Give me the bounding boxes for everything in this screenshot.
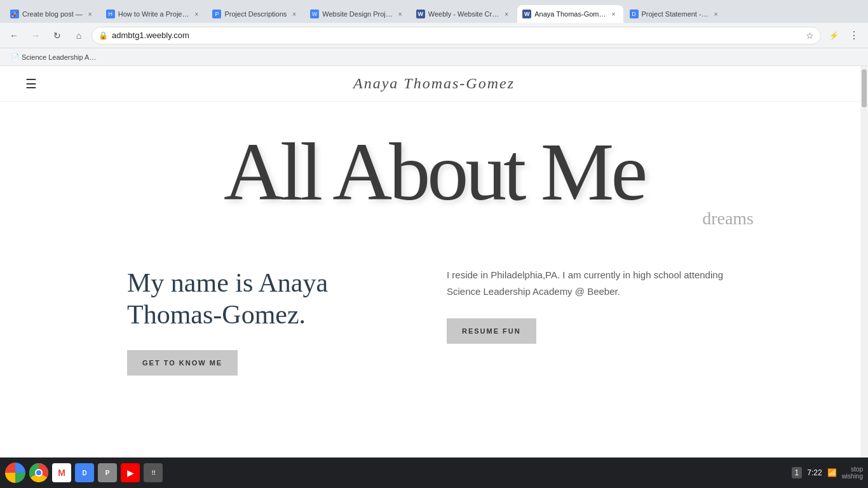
back-button[interactable]: ← xyxy=(5,27,23,44)
site-title: Anaya Thomas-Gomez xyxy=(353,75,515,92)
tab-title-2: How to Write a Proje… xyxy=(118,10,189,18)
system-tray-extra: stop wishing xyxy=(842,466,863,480)
tab-website-design[interactable]: W Website Design Proj… × xyxy=(305,5,409,23)
bookmark-star-icon[interactable]: ☆ xyxy=(806,30,814,41)
tab-title-6: Anaya Thomas-Gom… xyxy=(534,10,606,18)
tab-close-3[interactable]: × xyxy=(290,10,299,18)
resume-fun-button[interactable]: RESUME FUN xyxy=(447,318,536,344)
lock-icon: 🔒 xyxy=(98,31,108,40)
bio-description: I reside in Philadelphia,PA. I am curren… xyxy=(447,267,741,299)
tab-title-1: Create blog post — xyxy=(22,10,83,18)
gmail-icon[interactable]: M xyxy=(52,463,71,482)
youtube-icon[interactable]: ▶ xyxy=(121,463,140,482)
chrome-icon[interactable] xyxy=(29,463,48,482)
tab-title-3: Project Descriptions xyxy=(224,10,287,18)
browser-content-area: ☰ Anaya Thomas-Gomez All About Me dreams… xyxy=(0,66,868,458)
home-button[interactable]: ⌂ xyxy=(70,27,88,44)
content-left: My name is Anaya Thomas-Gomez. GET TO KN… xyxy=(127,267,421,376)
toolbar-right-buttons: ⚡ ⋮ xyxy=(825,27,863,44)
menu-button[interactable]: ⋮ xyxy=(845,27,863,44)
tab-favicon-3: P xyxy=(212,10,221,18)
tab-close-2[interactable]: × xyxy=(192,10,201,18)
tab-project-descriptions[interactable]: P Project Descriptions × xyxy=(207,5,304,23)
tab-favicon-5: W xyxy=(416,10,425,18)
tab-close-4[interactable]: × xyxy=(396,10,405,18)
url-text: admbtg1.weebly.com xyxy=(112,30,802,40)
hero-section: All About Me dreams xyxy=(0,102,868,241)
scrollbar-thumb[interactable] xyxy=(862,69,867,107)
taskbar-right: 1 7:22 📶 stop wishing xyxy=(792,466,863,480)
tab-bar: 🚀 Create blog post — × H How to Write a … xyxy=(0,0,868,23)
main-content-section: My name is Anaya Thomas-Gomez. GET TO KN… xyxy=(0,241,868,401)
tab-favicon-1: 🚀 xyxy=(10,10,19,18)
address-bar[interactable]: 🔒 admbtg1.weebly.com ☆ xyxy=(92,27,821,44)
clock-time: 7:22 xyxy=(807,468,822,477)
scrollbar[interactable] xyxy=(860,66,868,458)
navigation-toolbar: ← → ↻ ⌂ 🔒 admbtg1.weebly.com ☆ ⚡ ⋮ xyxy=(0,23,868,48)
hero-subtext: dreams xyxy=(702,208,754,229)
extensions-button[interactable]: ⚡ xyxy=(825,27,843,44)
network-icon: 📶 xyxy=(827,468,837,477)
tab-title-4: Website Design Proj… xyxy=(322,10,392,18)
tab-project-statement[interactable]: D Project Statement -… × xyxy=(625,5,726,23)
main-heading: My name is Anaya Thomas-Gomez. xyxy=(127,267,421,331)
content-right: I reside in Philadelphia,PA. I am curren… xyxy=(447,267,741,376)
bookmark-label-1: Science Leadership A… xyxy=(22,53,96,61)
browser-window: 🚀 Create blog post — × H How to Write a … xyxy=(0,0,868,458)
tab-how-to-write[interactable]: H How to Write a Proje… × xyxy=(101,5,207,23)
google-slides-icon[interactable]: P xyxy=(98,463,117,482)
hero-decorative-text: All About Me xyxy=(224,130,644,213)
google-docs-icon[interactable]: D xyxy=(75,463,94,482)
refresh-button[interactable]: ↻ xyxy=(48,27,66,44)
tab-favicon-6: W xyxy=(522,10,531,18)
tab-weebly[interactable]: W Weebly - Website Cr… × xyxy=(411,5,516,23)
chromeos-icon[interactable] xyxy=(5,463,25,483)
tab-create-blog[interactable]: 🚀 Create blog post — × xyxy=(5,5,100,23)
bookmarks-bar: 📄 Science Leadership A… xyxy=(0,48,868,66)
hamburger-menu-icon[interactable]: ☰ xyxy=(25,78,37,90)
more-apps-icon[interactable]: ⠿ xyxy=(144,463,163,482)
tab-anaya-active[interactable]: W Anaya Thomas-Gom… × xyxy=(517,5,623,23)
tab-title-7: Project Statement -… xyxy=(642,10,709,18)
bookmark-science-leadership[interactable]: 📄 Science Leadership A… xyxy=(6,52,101,62)
system-taskbar: M D P ▶ ⠿ 1 7:22 📶 stop wishing xyxy=(0,458,868,488)
tab-close-5[interactable]: × xyxy=(502,10,511,18)
get-to-know-me-button[interactable]: GET TO KNOW ME xyxy=(127,350,238,376)
taskbar-icons: M D P ▶ ⠿ xyxy=(5,463,163,483)
tab-favicon-7: D xyxy=(630,10,639,18)
site-header: ☰ Anaya Thomas-Gomez xyxy=(0,66,868,102)
tab-close-6[interactable]: × xyxy=(609,10,618,18)
tab-close-1[interactable]: × xyxy=(86,10,95,18)
tab-favicon-2: H xyxy=(106,10,115,18)
tab-favicon-4: W xyxy=(310,10,319,18)
tab-close-7[interactable]: × xyxy=(712,10,721,18)
tab-title-5: Weebly - Website Cr… xyxy=(428,10,499,18)
notification-badge: 1 xyxy=(792,467,803,478)
bookmark-favicon-1: 📄 xyxy=(11,53,19,60)
forward-button[interactable]: → xyxy=(27,27,44,44)
